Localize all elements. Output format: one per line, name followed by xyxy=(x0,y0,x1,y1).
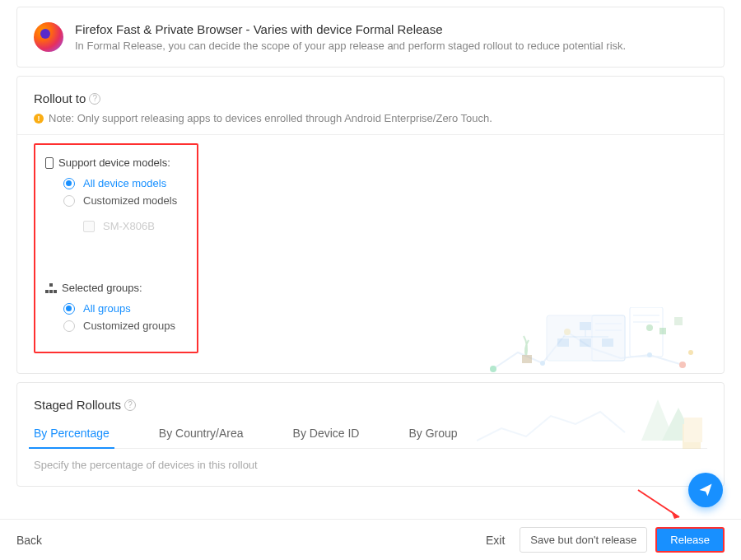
save-button[interactable]: Save but don't release xyxy=(520,527,647,553)
back-button[interactable]: Back xyxy=(16,534,42,547)
radio-label: All groups xyxy=(83,302,131,315)
radio-customized-groups[interactable]: Customized groups xyxy=(63,320,187,332)
rollout-section: Rollout to ? ! Note: Only support releas… xyxy=(16,76,725,374)
page-title: Firefox Fast & Private Browser - Varies … xyxy=(75,22,626,36)
exit-button[interactable]: Exit xyxy=(486,534,505,547)
staged-rollouts-section: Staged Rollouts ? By Percentage By Count… xyxy=(16,382,725,487)
tab-description: Specify the percentage of devices in thi… xyxy=(34,459,707,471)
footer-bar: Back Exit Save but don't release Release xyxy=(0,519,741,560)
header-text: Firefox Fast & Private Browser - Varies … xyxy=(75,22,626,52)
paper-plane-icon xyxy=(697,482,714,498)
hierarchy-icon xyxy=(45,283,57,293)
checkbox-sm-x806b: SM-X806B xyxy=(83,220,187,232)
tab-by-group[interactable]: By Group xyxy=(408,427,457,448)
chat-fab[interactable] xyxy=(688,473,723,507)
rollout-tabs: By Percentage By Country/Area By Device … xyxy=(34,427,707,449)
rollout-note-text: Note: Only support releasing apps to dev… xyxy=(49,112,492,124)
rollout-title-text: Rollout to xyxy=(34,91,86,105)
radio-label: All device models xyxy=(83,177,166,189)
rollout-note: ! Note: Only support releasing apps to d… xyxy=(34,112,707,124)
radio-customized-models[interactable]: Customized models xyxy=(63,194,187,207)
help-icon[interactable]: ? xyxy=(89,93,100,105)
staged-rollouts-title-text: Staged Rollouts xyxy=(34,398,121,412)
selected-groups-heading: Selected groups: xyxy=(45,282,187,294)
staged-rollouts-title: Staged Rollouts ? xyxy=(34,398,707,412)
svg-marker-28 xyxy=(671,511,679,519)
help-icon[interactable]: ? xyxy=(124,399,136,411)
radio-label: Customized models xyxy=(83,194,177,207)
tab-by-percentage[interactable]: By Percentage xyxy=(34,427,110,448)
tab-by-device-id[interactable]: By Device ID xyxy=(293,427,360,448)
checkbox-icon xyxy=(83,221,95,232)
warning-icon: ! xyxy=(34,114,44,124)
radio-selected-icon xyxy=(63,303,75,315)
device-models-heading-text: Support device models: xyxy=(58,156,170,169)
mobile-icon xyxy=(45,157,54,169)
tab-by-country[interactable]: By Country/Area xyxy=(159,427,244,448)
radio-icon xyxy=(63,320,75,332)
radio-all-groups[interactable]: All groups xyxy=(63,302,187,315)
page-subtitle: In Formal Release, you can decide the sc… xyxy=(75,40,626,52)
firefox-icon xyxy=(34,22,63,52)
selected-groups-heading-text: Selected groups: xyxy=(62,282,142,294)
radio-label: Customized groups xyxy=(83,320,175,332)
svg-line-27 xyxy=(638,490,679,517)
release-button[interactable]: Release xyxy=(655,527,725,553)
radio-icon xyxy=(63,195,75,207)
checkbox-label: SM-X806B xyxy=(103,220,155,232)
device-models-heading: Support device models: xyxy=(45,156,187,169)
radio-all-device-models[interactable]: All device models xyxy=(63,177,187,189)
rollout-title: Rollout to ? xyxy=(34,91,707,105)
divider xyxy=(17,134,724,135)
app-header-card: Firefox Fast & Private Browser - Varies … xyxy=(16,7,725,68)
radio-selected-icon xyxy=(63,178,75,189)
rollout-config-highlight: Support device models: All device models… xyxy=(34,143,198,353)
